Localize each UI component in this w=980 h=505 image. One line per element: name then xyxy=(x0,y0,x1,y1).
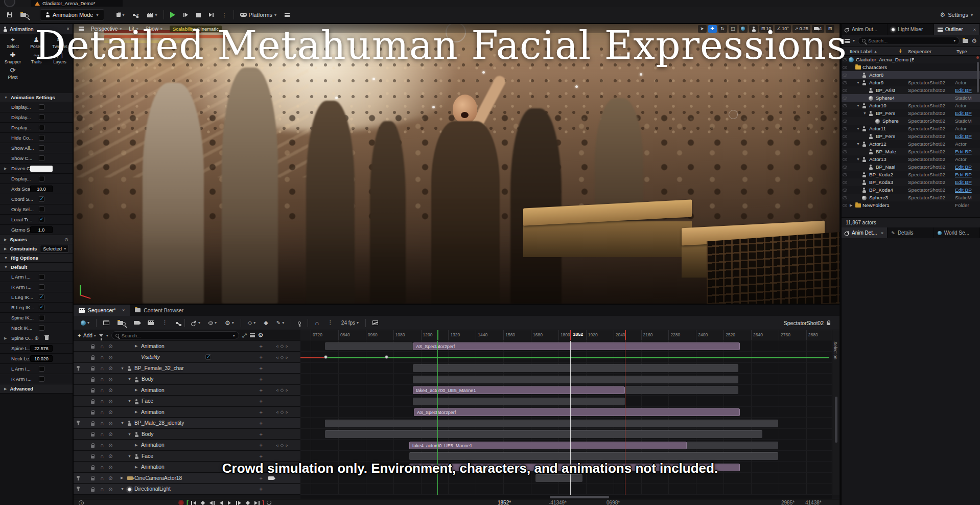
solo-icon[interactable]: ∩ xyxy=(100,420,104,426)
checkbox[interactable] xyxy=(39,196,44,202)
outliner-row-bp-koda2[interactable]: BP_Koda2 SpectatorShot02 Edit BP xyxy=(842,171,980,178)
new-folder-button[interactable] xyxy=(963,39,968,43)
timeline-row[interactable]: AS_Spectator2perf xyxy=(300,341,832,352)
track-row-animation[interactable]: ∩ ⊘ ▶ Animation ＋ ◃◇▹ xyxy=(74,462,300,473)
pin-icon[interactable] xyxy=(78,476,79,480)
key-nav-icons[interactable]: ◃◇▹ xyxy=(276,343,290,349)
expander-icon[interactable]: ▼ xyxy=(128,432,131,436)
key-nav-icons[interactable]: ◃◇▹ xyxy=(276,387,290,393)
add-section-icon[interactable]: ＋ xyxy=(258,485,264,493)
select-tool-button[interactable]: ➤ xyxy=(698,25,707,33)
mute-icon[interactable]: ⊘ xyxy=(108,409,113,415)
lock-icon[interactable] xyxy=(91,387,95,393)
mute-icon[interactable]: ⊘ xyxy=(108,354,113,360)
play-button[interactable] xyxy=(166,9,179,21)
outliner-row-newfolder1[interactable]: ▶ NewFolder1 Folder xyxy=(842,201,980,209)
expander-icon[interactable]: ▼ xyxy=(856,157,860,161)
add-section-icon[interactable]: ＋ xyxy=(258,342,264,350)
close-icon[interactable]: × xyxy=(122,308,125,313)
record-button[interactable] xyxy=(178,500,184,505)
pin-icon[interactable] xyxy=(78,487,79,491)
lock-icon[interactable] xyxy=(91,365,95,371)
add-actor-button[interactable]: ▾ xyxy=(112,9,129,21)
tool-tweens[interactable]: ⇆Tweens xyxy=(48,36,72,49)
current-frame[interactable]: 1852* xyxy=(498,500,511,505)
track-row-bp-male-28-identity[interactable]: ∩ ⊘ ▼ BP_Male_28_identity ＋ xyxy=(74,418,300,429)
browse-sequence-button[interactable] xyxy=(114,317,129,329)
track-row-animation[interactable]: ∩ ⊘ ▶ Animation ＋ ◃◇▹ xyxy=(74,341,300,352)
editor-mode-select[interactable]: Animation Mode ▾ xyxy=(40,9,104,20)
section-bar[interactable] xyxy=(325,420,778,427)
solo-icon[interactable]: ∩ xyxy=(100,475,104,481)
view-range-end[interactable]: 41438* xyxy=(805,500,822,505)
checkbox[interactable] xyxy=(39,376,44,382)
column-sequencer[interactable]: Sequencer xyxy=(908,49,931,54)
lock-icon[interactable] xyxy=(91,431,95,437)
solo-icon[interactable]: ∩ xyxy=(100,354,104,360)
checkbox[interactable] xyxy=(39,325,44,331)
value-field[interactable]: 22.576 xyxy=(30,345,53,352)
column-type[interactable]: Type xyxy=(956,49,967,54)
visibility-eye-icon[interactable] xyxy=(843,66,847,69)
solo-icon[interactable]: ∩ xyxy=(100,398,104,404)
lock-icon[interactable] xyxy=(91,420,95,426)
track-row-visibility[interactable]: ∩ ⊘ Visibility ＋ ◃◇▹ xyxy=(74,352,300,363)
solo-icon[interactable]: ∩ xyxy=(100,442,104,448)
section-bar[interactable] xyxy=(413,398,625,405)
edit-mode-button[interactable]: ✎▾ xyxy=(273,317,287,329)
add-track-button[interactable]: ＋Add▾ xyxy=(77,332,96,339)
keyframe[interactable] xyxy=(385,355,388,359)
move-tool-button[interactable]: ✚ xyxy=(708,25,717,33)
level-tab[interactable]: Gladiator_Arena_Demo* xyxy=(31,0,123,7)
auto-key-button[interactable]: ◆ xyxy=(261,317,271,329)
section-animation-settings[interactable]: ▼Animation Settings xyxy=(0,93,73,102)
expander-icon[interactable]: ▶ xyxy=(135,410,137,414)
mute-icon[interactable]: ⊘ xyxy=(108,453,113,459)
visibility-eye-icon[interactable] xyxy=(843,196,847,199)
add-section-icon[interactable]: ＋ xyxy=(258,386,264,394)
timeline-vertical-scrollbar[interactable] xyxy=(835,397,837,443)
solo-icon[interactable]: ∩ xyxy=(100,343,104,349)
value-field[interactable]: 10.0 xyxy=(30,186,53,192)
expander-icon[interactable]: ▶ xyxy=(850,203,852,208)
close-icon[interactable]: × xyxy=(973,27,976,32)
checkbox[interactable] xyxy=(39,206,44,212)
playhead-line[interactable] xyxy=(570,341,571,495)
timeline-row[interactable] xyxy=(300,363,832,374)
mute-icon[interactable]: ⊘ xyxy=(108,376,113,382)
visibility-eye-icon[interactable] xyxy=(843,89,847,92)
key-nav-icons[interactable]: ◃◇▹ xyxy=(276,355,290,360)
expander-icon[interactable]: ▶ xyxy=(135,344,137,348)
key-nav-icons[interactable]: ◃◇▹ xyxy=(276,443,290,448)
playback-end-marker[interactable] xyxy=(625,330,626,340)
key-nav-icons[interactable]: ◃◇▹ xyxy=(276,409,290,415)
visibility-eye-icon[interactable] xyxy=(843,127,847,130)
timeline-row[interactable] xyxy=(300,374,832,385)
scale-snap-button[interactable]: ↗ 0.25 xyxy=(792,25,810,33)
checkbox[interactable] xyxy=(39,305,44,310)
camera-cut-icon[interactable] xyxy=(268,475,274,481)
playhead-marker[interactable] xyxy=(570,330,571,340)
scale-tool-button[interactable]: ◱ xyxy=(729,25,737,33)
section-bar[interactable] xyxy=(325,430,763,438)
expander-icon[interactable]: ▼ xyxy=(856,81,860,84)
hierarchy-button[interactable] xyxy=(173,317,181,329)
checkbox[interactable] xyxy=(39,104,44,110)
lock-icon[interactable] xyxy=(91,409,95,415)
timeline-row[interactable] xyxy=(300,429,832,440)
track-row-animation[interactable]: ∩ ⊘ ▶ Animation ＋ ◃◇▹ xyxy=(74,385,300,396)
outliner-row-bp-koda4[interactable]: BP_Koda4 SpectatorShot02 Edit BP xyxy=(842,186,980,194)
section-bar[interactable] xyxy=(325,342,413,350)
maximize-viewport-button[interactable]: ⊞ xyxy=(826,25,834,33)
playback-start-marker[interactable] xyxy=(437,330,438,340)
edit-bp-link[interactable]: Edit BP xyxy=(955,179,979,185)
mute-icon[interactable]: ⊘ xyxy=(108,475,113,481)
expander-icon[interactable]: ▶ xyxy=(135,443,137,447)
track-row-bp-female-32-char[interactable]: ∩ ⊘ ▼ BP_Female_32_char ＋ xyxy=(74,363,300,374)
add-section-icon[interactable]: ＋ xyxy=(258,397,264,405)
visibility-eye-icon[interactable] xyxy=(843,143,847,146)
filter-icon[interactable] xyxy=(99,334,103,337)
tab-details[interactable]: ✎Details xyxy=(888,227,934,238)
expander-icon[interactable]: ▼ xyxy=(121,366,124,370)
tool-trails[interactable]: ↝Trails xyxy=(25,51,48,64)
